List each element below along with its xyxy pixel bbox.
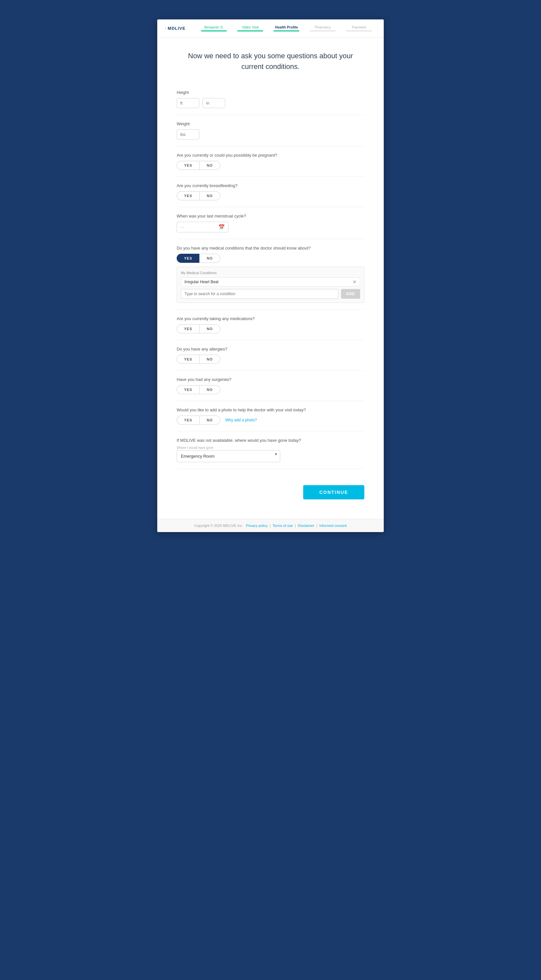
calendar-icon: 📅 [218, 224, 225, 230]
surgeries-no-button[interactable]: NO [199, 385, 220, 394]
menstrual-section: When was your last menstrual cycle? — 📅 [177, 207, 364, 239]
height-ft-input[interactable] [177, 98, 199, 108]
nav-bar: ‹ MDLIVE Benjamin S. Video Visit Health … [157, 19, 384, 38]
weight-section: Weight [177, 115, 364, 146]
pregnant-toggle-group: YES NO [177, 161, 364, 170]
nav-step-bar-payment [346, 30, 372, 32]
nav-steps: Benjamin S. Video Visit Health Profile P… [196, 25, 377, 32]
height-in-input[interactable] [202, 98, 225, 108]
logo-text: MDLIVE [168, 26, 185, 31]
photo-section: Would you like to add a photo to help th… [177, 401, 364, 431]
surgeries-yes-button[interactable]: YES [177, 385, 199, 394]
pregnant-yes-button[interactable]: YES [177, 161, 199, 170]
surgeries-toggle-group: YES NO [177, 385, 364, 394]
conditions-box-title: My Medical Conditions [181, 271, 360, 275]
why-photo-link[interactable]: Why add a photo? [226, 418, 257, 422]
height-section: Height [177, 83, 364, 115]
pregnant-no-button[interactable]: NO [199, 161, 220, 170]
footer-terms-link[interactable]: Terms of use [272, 523, 293, 528]
surgeries-section: Have you had any surgeries? YES NO [177, 371, 364, 401]
nav-step-benjamin: Benjamin S. [196, 25, 232, 32]
surgeries-label: Have you had any surgeries? [177, 377, 364, 382]
app-container: ‹ MDLIVE Benjamin S. Video Visit Health … [157, 19, 384, 532]
breastfeeding-no-button[interactable]: NO [199, 191, 220, 200]
breastfeeding-toggle-group: YES NO [177, 191, 364, 200]
breastfeeding-section: Are you currently breastfeeding? YES NO [177, 177, 364, 207]
nav-step-pharmacy: Pharmacy [304, 25, 341, 32]
allergies-toggle-group: YES NO [177, 355, 364, 364]
nav-step-payment: Payment [341, 25, 377, 32]
search-add-row: ADD [181, 289, 360, 299]
footer-disclaimer-link[interactable]: Disclaimer [298, 523, 314, 528]
photo-label: Would you like to add a photo to help th… [177, 407, 364, 412]
main-content: Now we need to ask you some questions ab… [157, 38, 384, 519]
medical-conditions-toggle-group: YES NO [177, 254, 364, 263]
nav-step-label-benjamin: Benjamin S. [205, 25, 224, 29]
nav-logo: ‹ MDLIVE [165, 26, 185, 31]
nav-step-health-profile: Health Profile [268, 25, 304, 32]
condition-remove-button[interactable]: ✕ [353, 280, 356, 284]
footer-copyright: Copyright © 2020 MDLIVE Inc. [194, 523, 243, 528]
breastfeeding-label: Are you currently breastfeeding? [177, 183, 364, 188]
page-title: Now we need to ask you some questions ab… [177, 51, 364, 72]
height-label: Height [177, 90, 364, 95]
medications-label: Are you currently taking any medications… [177, 316, 364, 321]
medical-no-button[interactable]: NO [199, 254, 220, 263]
medical-yes-button[interactable]: YES [177, 254, 199, 263]
photo-toggle-row: YES NO Why add a photo? [177, 415, 364, 425]
nav-step-bar-video-visit [237, 30, 263, 32]
medications-no-button[interactable]: NO [199, 324, 220, 333]
dropdown-sublabel: Where I would have gone [177, 446, 364, 450]
menstrual-date-input[interactable]: — 📅 [177, 222, 228, 232]
photo-yes-button[interactable]: YES [177, 415, 199, 425]
menstrual-placeholder: — [180, 224, 216, 229]
nav-step-video-visit: Video Visit [232, 25, 268, 32]
medical-conditions-label: Do you have any medical conditions that … [177, 246, 364, 250]
nav-step-bar-pharmacy [310, 30, 336, 32]
footer-informed-consent-link[interactable]: Informed consent [319, 523, 347, 528]
nav-step-bar-health-profile [274, 30, 299, 32]
photo-no-button[interactable]: NO [199, 415, 220, 425]
allergies-label: Do you have any allergies? [177, 347, 364, 352]
continue-button[interactable]: CONTINUE [303, 485, 364, 500]
menstrual-label: When was your last menstrual cycle? [177, 213, 364, 218]
pregnant-section: Are you currently or could you possibbly… [177, 146, 364, 177]
pregnant-label: Are you currently or could you possibbly… [177, 153, 364, 158]
weight-input[interactable] [177, 129, 199, 140]
nav-step-label-pharmacy: Pharmacy [315, 25, 331, 29]
medications-toggle-group: YES NO [177, 324, 364, 333]
height-input-row [177, 98, 364, 108]
allergies-yes-button[interactable]: YES [177, 355, 199, 364]
nav-step-label-payment: Payment [352, 25, 366, 29]
where-gone-select[interactable]: Emergency Room Urgent Care Primary Care … [177, 450, 280, 462]
breastfeeding-yes-button[interactable]: YES [177, 191, 199, 200]
footer-privacy-link[interactable]: Privacy policy [246, 523, 267, 528]
nav-step-bar-benjamin [201, 30, 227, 32]
continue-btn-wrapper: CONTINUE [177, 479, 364, 500]
medications-section: Are you currently taking any medications… [177, 310, 364, 340]
add-condition-button[interactable]: ADD [341, 289, 360, 299]
where-gone-dropdown-wrapper: Where I would have gone Emergency Room U… [177, 446, 364, 462]
photo-toggle-group: YES NO [177, 415, 220, 425]
conditions-box: My Medical Conditions Irregular Heart Be… [177, 267, 364, 303]
where-gone-label: If MDLIVE was not availalable, where wou… [177, 438, 364, 443]
where-gone-section: If MDLIVE was not availalable, where wou… [177, 431, 364, 469]
nav-step-label-health-profile: Health Profile [275, 25, 298, 29]
allergies-no-button[interactable]: NO [199, 355, 220, 364]
condition-tag-irregular-heart-beat: Irregular Heart Beat ✕ [181, 277, 360, 286]
weight-label: Weight [177, 121, 364, 126]
back-arrow-icon[interactable]: ‹ [165, 27, 166, 30]
condition-tag-text: Irregular Heart Beat [185, 280, 218, 284]
footer: Copyright © 2020 MDLIVE Inc. Privacy pol… [157, 519, 384, 532]
medications-yes-button[interactable]: YES [177, 324, 199, 333]
condition-search-input[interactable] [181, 289, 339, 299]
nav-step-label-video-visit: Video Visit [242, 25, 259, 29]
medical-conditions-section: Do you have any medical conditions that … [177, 239, 364, 310]
allergies-section: Do you have any allergies? YES NO [177, 340, 364, 371]
